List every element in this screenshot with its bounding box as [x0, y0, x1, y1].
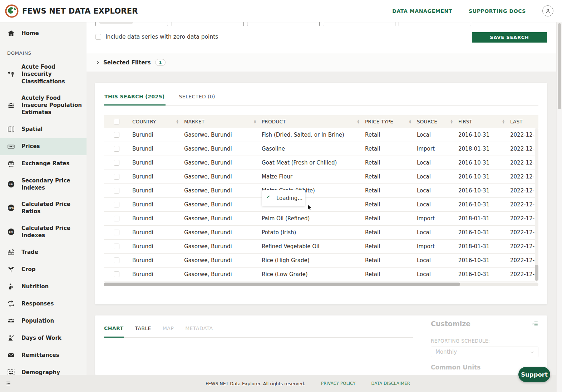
- sort-icon[interactable]: ▲▼: [502, 119, 504, 124]
- column-header-last[interactable]: LAST: [510, 119, 562, 124]
- footer-link-data-disclaimer[interactable]: DATA DISCLAIMER: [371, 381, 410, 386]
- cell-price_type: Retail: [365, 160, 417, 166]
- sidebar-item-prices[interactable]: Prices: [0, 138, 87, 155]
- sort-icon[interactable]: ▲▼: [409, 119, 411, 124]
- column-header-price-type[interactable]: PRICE TYPE▲▼: [365, 119, 417, 124]
- table-horizontal-scrollbar-thumb[interactable]: [104, 283, 460, 286]
- nav-link-supporting-docs[interactable]: SUPPORTING DOCS: [469, 8, 526, 14]
- row-checkbox[interactable]: [114, 188, 119, 193]
- table-row[interactable]: BurundiGasorwe, BurundiRetailLocal2016-1…: [104, 198, 535, 212]
- save-search-button[interactable]: SAVE SEARCH: [472, 32, 547, 43]
- sidebar-item-trade[interactable]: Trade: [0, 244, 87, 261]
- customize-collapse-icon[interactable]: [532, 320, 538, 327]
- table-row[interactable]: BurundiGasorwe, BurundiRefined Vegetable…: [104, 240, 535, 254]
- select-all-checkbox[interactable]: [114, 119, 119, 124]
- cell-first: 2018-01-31: [458, 243, 510, 250]
- table-vertical-scrollbar-thumb[interactable]: [535, 265, 538, 281]
- sort-icon[interactable]: ▲▼: [254, 119, 256, 124]
- selected-filters-bar[interactable]: Selected Filters 1: [87, 53, 556, 72]
- sort-icon[interactable]: ▲▼: [176, 119, 178, 124]
- sidebar-item-acutely-food-insecure-population-estimates[interactable]: Acutely Food Insecure Population Estimat…: [0, 90, 87, 121]
- sidebar-item-calculated-price-indexes[interactable]: CPICalculated Price Indexes: [0, 220, 87, 244]
- sidebar-item-responses[interactable]: Responses: [0, 295, 87, 312]
- row-checkbox[interactable]: [114, 202, 119, 207]
- table-row[interactable]: BurundiGasorwe, BurundiMaize Grain (Whit…: [104, 184, 535, 198]
- sidebar-item-acute-food-insecurity-classifications[interactable]: Acute Food Insecurity Classifications: [0, 59, 87, 90]
- sidebar-item-spatial[interactable]: Spatial: [0, 121, 87, 138]
- sidebar-item-remittances[interactable]: Remittances: [0, 347, 87, 364]
- cell-last: 2022-12-3: [510, 160, 535, 166]
- column-header-market[interactable]: MARKET▲▼: [184, 119, 262, 124]
- table-vertical-scrollbar[interactable]: [535, 128, 538, 281]
- footer-link-privacy-policy[interactable]: PRIVACY POLICY: [321, 381, 355, 386]
- page-vertical-scrollbar-thumb[interactable]: [558, 23, 561, 109]
- reporting-schedule-select[interactable]: Monthly: [431, 347, 538, 357]
- sidebar-item-nutrition[interactable]: Nutrition: [0, 278, 87, 295]
- tab-this-search-2025[interactable]: THIS SEARCH (2025): [104, 94, 166, 106]
- table-row[interactable]: BurundiGasorwe, BurundiRice (High Grade)…: [104, 254, 535, 268]
- cell-product: Goat Meat (Fresh or Chilled): [262, 160, 365, 166]
- sidebar-item-demography[interactable]: Demography: [0, 364, 87, 375]
- results-tabs: THIS SEARCH (2025)SELECTED (0): [104, 83, 538, 106]
- cell-market: Gasorwe, Burundi: [184, 187, 262, 194]
- sidebar-item-label: Crop: [21, 266, 35, 273]
- sidebar-item-secondary-price-indexes[interactable]: SPISecondary Price Indexes: [0, 172, 87, 196]
- column-header-first[interactable]: FIRST▲▼: [458, 119, 510, 124]
- table-row[interactable]: BurundiGasorwe, BurundiPalm Oil (Refined…: [104, 212, 535, 226]
- cell-country: Burundi: [132, 201, 184, 208]
- cell-price_type: Retail: [365, 215, 417, 222]
- table-row[interactable]: BurundiGasorwe, BurundiGoat Meat (Fresh …: [104, 156, 535, 170]
- cell-price_type: Retail: [365, 201, 417, 208]
- cell-country: Burundi: [132, 160, 184, 166]
- row-checkbox[interactable]: [114, 230, 119, 235]
- cell-last: 2022-12-3: [510, 271, 535, 278]
- row-checkbox[interactable]: [114, 146, 119, 152]
- nav-link-data-management[interactable]: DATA MANAGEMENT: [392, 8, 452, 14]
- column-header-product[interactable]: PRODUCT▲▼: [262, 119, 365, 124]
- sidebar-item-exchange-rates[interactable]: Exchange Rates: [0, 155, 87, 172]
- row-checkbox[interactable]: [114, 174, 119, 180]
- zero-data-checkbox[interactable]: [95, 34, 101, 40]
- sidebar-item-home[interactable]: Home: [0, 25, 87, 42]
- population-estimates-icon: [7, 101, 15, 109]
- table-row[interactable]: BurundiGasorwe, BurundiPotato (Irish)Ret…: [104, 226, 535, 240]
- row-checkbox[interactable]: [114, 271, 119, 277]
- table-row[interactable]: BurundiGasorwe, BurundiFish (Dried, Salt…: [104, 128, 535, 142]
- sort-icon[interactable]: ▲▼: [450, 119, 453, 124]
- tab-selected-0[interactable]: SELECTED (0): [178, 94, 216, 106]
- support-button[interactable]: Support: [518, 367, 550, 382]
- sidebar-item-population[interactable]: Population: [0, 312, 87, 329]
- row-checkbox[interactable]: [114, 216, 119, 221]
- row-checkbox[interactable]: [114, 258, 119, 263]
- cell-market: Gasorwe, Burundi: [184, 146, 262, 152]
- row-checkbox[interactable]: [114, 160, 119, 166]
- sidebar-item-days-of-work[interactable]: Days of Work: [0, 329, 87, 347]
- sidebar-collapse-icon[interactable]: [5, 381, 11, 386]
- table-horizontal-scrollbar[interactable]: [104, 283, 538, 286]
- cell-product: Potato (Irish): [262, 229, 365, 236]
- cell-price_type: Retail: [365, 229, 417, 236]
- chevron-right-icon: [95, 60, 100, 65]
- user-avatar-button[interactable]: [542, 5, 553, 16]
- cell-country: Burundi: [132, 243, 184, 250]
- cpr-badge-icon: CPR: [7, 204, 15, 212]
- app-logo[interactable]: FEWS NET DATA EXPLORER: [0, 4, 138, 18]
- cell-country: Burundi: [132, 215, 184, 222]
- viz-tab-chart[interactable]: CHART: [104, 325, 124, 338]
- loading-tooltip: Loading...: [262, 190, 305, 206]
- row-checkbox[interactable]: [114, 132, 119, 138]
- cell-country: Burundi: [132, 187, 184, 194]
- sidebar-item-calculated-price-ratios[interactable]: CPRCalculated Price Ratios: [0, 196, 87, 220]
- sidebar-item-crop[interactable]: Crop: [0, 261, 87, 278]
- viz-tab-table[interactable]: TABLE: [135, 325, 152, 338]
- visualization-card: CHARTTABLEMAPMETADATA Customize REPORTIN…: [95, 315, 547, 375]
- table-row[interactable]: BurundiGasorwe, BurundiMaize FlourRetail…: [104, 170, 535, 184]
- table-row[interactable]: BurundiGasorwe, BurundiGasolineRetailImp…: [104, 142, 535, 156]
- column-header-country[interactable]: COUNTRY▲▼: [132, 119, 184, 124]
- sort-icon[interactable]: ▲▼: [357, 119, 359, 124]
- column-header-source[interactable]: SOURCE▲▼: [417, 119, 458, 124]
- row-checkbox[interactable]: [114, 244, 119, 249]
- table-row[interactable]: BurundiGasorwe, BurundiRice (Low Grade)R…: [104, 268, 535, 281]
- page-vertical-scrollbar[interactable]: [556, 22, 562, 392]
- cell-source: Local: [417, 160, 458, 166]
